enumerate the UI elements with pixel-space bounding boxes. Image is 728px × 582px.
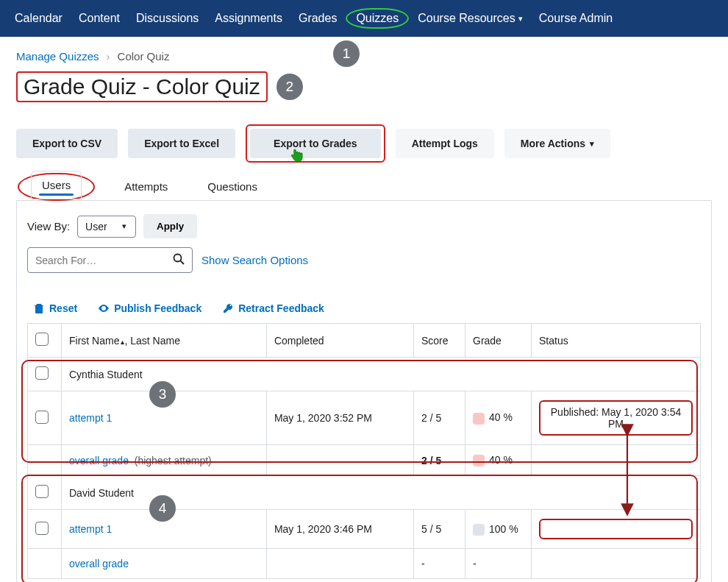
key-icon (222, 302, 234, 314)
attempt-checkbox[interactable] (35, 411, 49, 424)
tab-panel: View By: User ▾ Apply Show Search Option… (16, 201, 712, 582)
select-all-checkbox[interactable] (35, 333, 49, 346)
student-checkbox[interactable] (35, 485, 49, 498)
student-name: Cynthia Student (62, 358, 701, 391)
chevron-down-icon: ▾ (590, 139, 594, 149)
export-excel-button[interactable]: Export to Excel (128, 129, 235, 158)
view-by-value: User (85, 221, 107, 233)
reset-label: Reset (49, 302, 77, 314)
more-actions-label: More Actions (521, 138, 585, 149)
nav-calendar[interactable]: Calendar (7, 7, 70, 29)
search-row: Show Search Options (27, 247, 701, 273)
tab-users-highlight: Users (18, 173, 95, 201)
col-name[interactable]: First Name▴, Last Name (62, 324, 267, 358)
step-badge-2: 2 (276, 74, 303, 100)
view-by-select[interactable]: User ▾ (77, 216, 136, 238)
grade-swatch-icon (473, 455, 485, 466)
search-input[interactable] (35, 255, 168, 266)
heading-row: Grade Quiz - Color Quiz 2 (16, 71, 712, 102)
apply-button[interactable]: Apply (143, 214, 197, 238)
grade-swatch-icon (473, 413, 485, 425)
nav-course-admin[interactable]: Course Admin (532, 7, 621, 29)
tab-bar: Users Attempts Questions (16, 173, 712, 201)
nav-course-resources[interactable]: Course Resources ▾ (410, 7, 530, 29)
attempt-completed: May 1, 2020 3:52 PM (266, 391, 413, 445)
action-bar: Export to CSV Export to Excel Export to … (16, 124, 712, 163)
page-body: 1 Manage Quizzes › Color Quiz Grade Quiz… (0, 37, 728, 582)
tab-users[interactable]: Users (31, 171, 82, 199)
overall-row: overall grade (highest attempt) 2 / 5 40… (28, 445, 701, 476)
nav-assignments[interactable]: Assignments (207, 7, 290, 29)
attempt-link[interactable]: attempt 1 (69, 523, 112, 535)
export-csv-button[interactable]: Export to CSV (16, 129, 118, 158)
overall-score: 2 / 5 (414, 445, 465, 476)
chevron-down-icon: ▾ (122, 221, 126, 231)
attempt-completed: May 1, 2020 3:46 PM (266, 510, 413, 549)
grade-swatch-icon (473, 524, 485, 536)
nav-course-resources-label: Course Resources (418, 12, 515, 25)
tab-attempts[interactable]: Attempts (114, 173, 178, 200)
view-by-label: View By: (27, 220, 70, 233)
breadcrumb-manage-quizzes[interactable]: Manage Quizzes (16, 50, 99, 63)
status-highlight (539, 519, 693, 539)
col-completed[interactable]: Completed (266, 324, 413, 358)
svg-line-1 (181, 261, 185, 265)
heading-highlight: Grade Quiz - Color Quiz (16, 71, 268, 102)
publish-feedback-link[interactable]: Publish Feedback (98, 302, 201, 314)
eye-icon (98, 302, 110, 314)
breadcrumb-separator-icon: › (107, 50, 110, 63)
more-actions-button[interactable]: More Actions ▾ (504, 129, 610, 158)
view-by-row: View By: User ▾ Apply (27, 214, 701, 238)
nav-grades[interactable]: Grades (291, 7, 344, 29)
attempt-link[interactable]: attempt 1 (69, 412, 112, 424)
results-table: First Name▴, Last Name Completed Score G… (27, 323, 701, 579)
attempt-grade: 40 % (465, 391, 532, 445)
attempt-status (532, 510, 701, 549)
nav-discussions[interactable]: Discussions (129, 7, 206, 29)
status-highlight: Published: May 1, 2020 3:54 PM (539, 400, 693, 436)
attempt-logs-button[interactable]: Attempt Logs (396, 129, 494, 158)
student-name: David Student (62, 476, 701, 510)
export-grades-highlight: Export to Grades (246, 124, 385, 163)
attempt-row: attempt 1 May 1, 2020 3:52 PM 2 / 5 40 %… (28, 391, 701, 445)
student-header-row: Cynthia Student (28, 358, 701, 391)
show-search-options-link[interactable]: Show Search Options (201, 254, 308, 266)
attempt-score: 2 / 5 (414, 391, 465, 445)
svg-point-0 (174, 255, 182, 262)
overall-score: - (414, 549, 465, 579)
publish-feedback-label: Publish Feedback (114, 302, 201, 314)
nav-quizzes[interactable]: Quizzes (346, 8, 409, 29)
trash-icon (33, 302, 45, 314)
feedback-actions: Reset Publish Feedback Retract Feedback (33, 302, 701, 314)
student-header-row: David Student (28, 476, 701, 510)
page-title: Grade Quiz - Color Quiz (21, 74, 263, 99)
top-nav: Calendar Content Discussions Assignments… (0, 0, 728, 37)
col-status[interactable]: Status (532, 324, 701, 358)
attempt-checkbox[interactable] (35, 522, 49, 535)
attempt-grade: 100 % (465, 510, 532, 549)
tab-questions[interactable]: Questions (197, 173, 268, 200)
search-input-wrapper (27, 247, 193, 273)
col-grade[interactable]: Grade (465, 324, 532, 358)
attempt-row: attempt 1 May 1, 2020 3:46 PM 5 / 5 100 … (28, 510, 701, 549)
nav-content[interactable]: Content (71, 7, 127, 29)
chevron-down-icon: ▾ (518, 14, 523, 24)
reset-link[interactable]: Reset (33, 302, 77, 314)
overall-grade: 40 % (465, 445, 532, 476)
overall-grade: - (465, 549, 532, 579)
student-checkbox[interactable] (35, 366, 49, 380)
attempt-score: 5 / 5 (414, 510, 465, 549)
overall-note: (highest attempt) (135, 455, 212, 466)
breadcrumb-current: Color Quiz (118, 50, 170, 63)
export-grades-button[interactable]: Export to Grades (250, 129, 381, 158)
retract-feedback-link[interactable]: Retract Feedback (222, 302, 324, 314)
col-score[interactable]: Score (414, 324, 465, 358)
retract-feedback-label: Retract Feedback (238, 302, 324, 314)
search-icon[interactable] (173, 253, 185, 267)
attempt-status: Published: May 1, 2020 3:54 PM (532, 391, 701, 445)
overall-row: overall grade - - (28, 549, 701, 579)
overall-grade-link[interactable]: overall grade (69, 455, 129, 466)
overall-grade-link[interactable]: overall grade (69, 558, 129, 569)
breadcrumb: Manage Quizzes › Color Quiz (16, 44, 712, 71)
